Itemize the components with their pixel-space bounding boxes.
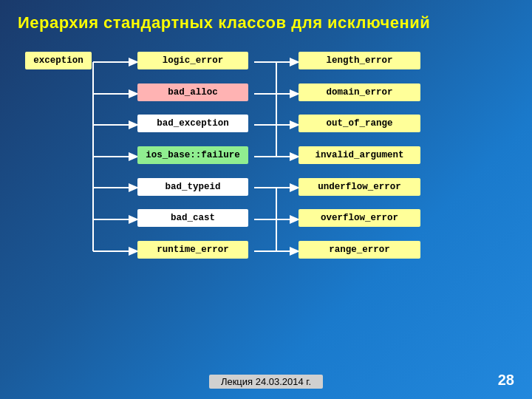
node-overflow-error: overflow_error bbox=[299, 209, 420, 227]
page-number: 28 bbox=[498, 372, 514, 389]
slide: Иерархия стандартных классов для исключе… bbox=[0, 0, 532, 399]
node-bad-exception: bad_exception bbox=[137, 115, 248, 132]
node-length-error: length_error bbox=[299, 52, 420, 69]
node-exception: exception bbox=[25, 52, 92, 69]
footer-text: Лекция 24.03.2014 г. bbox=[209, 375, 323, 389]
header-files-label: Заголовочныефайлы: exception typeinfo st… bbox=[0, 134, 10, 266]
node-runtime-error: runtime_error bbox=[137, 241, 248, 259]
node-logic-error: logic_error bbox=[137, 52, 248, 69]
node-bad-alloc: bad_alloc bbox=[137, 83, 248, 101]
node-underflow-error: underflow_error bbox=[299, 178, 420, 196]
node-out-of-range: out_of_range bbox=[299, 115, 420, 132]
node-domain-error: domain_error bbox=[299, 83, 420, 101]
node-invalid-argument: invalid_argument bbox=[299, 146, 420, 164]
node-bad-typeid: bad_typeid bbox=[137, 178, 248, 196]
arrows-svg bbox=[25, 46, 522, 319]
footer: Лекция 24.03.2014 г. bbox=[0, 375, 532, 389]
slide-title: Иерархия стандартных классов для исключе… bbox=[18, 13, 514, 33]
sidebar-label: Заголовочныефайлы: bbox=[0, 134, 10, 160]
node-ios-base-failure: ios_base::failure bbox=[137, 146, 248, 164]
node-bad-cast: bad_cast bbox=[137, 209, 248, 227]
node-range-error: range_error bbox=[299, 241, 420, 259]
